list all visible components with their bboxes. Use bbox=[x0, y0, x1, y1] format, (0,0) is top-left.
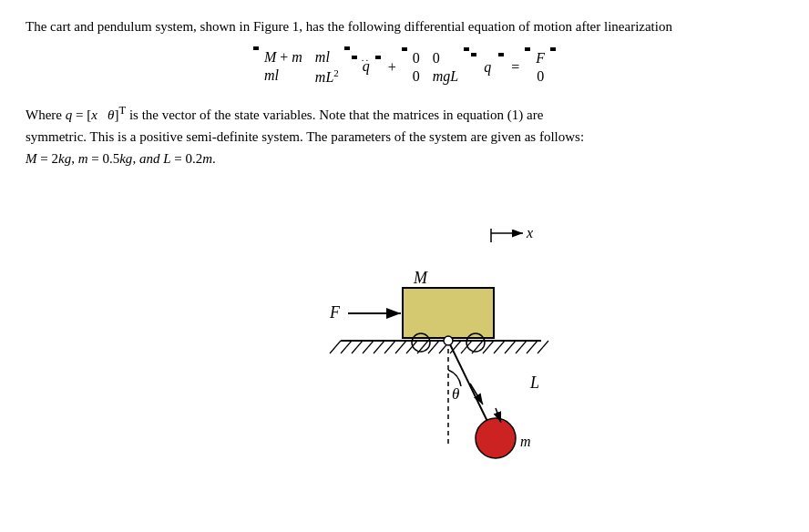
svg-line-6 bbox=[374, 341, 384, 353]
q-vector: q bbox=[471, 53, 504, 82]
svg-line-20 bbox=[527, 341, 538, 353]
main-equation: M + m ml ml mL2 .. q + 0 bbox=[26, 46, 783, 88]
F-label: F bbox=[329, 303, 341, 322]
cart-pendulum-diagram: M x F m L θ bbox=[213, 179, 596, 461]
cell-mgL: mgL bbox=[433, 68, 458, 85]
m-label: m bbox=[520, 434, 531, 449]
cell-ml-bot: ml bbox=[264, 67, 302, 86]
cell-0-bl: 0 bbox=[413, 68, 420, 85]
diagram-container: M x F m L θ bbox=[26, 179, 783, 461]
svg-line-3 bbox=[341, 341, 352, 353]
svg-line-18 bbox=[505, 341, 516, 353]
cell-mL2: mL2 bbox=[315, 67, 339, 86]
cell-qdot1: .. q bbox=[363, 58, 370, 75]
svg-line-7 bbox=[384, 341, 395, 353]
svg-line-8 bbox=[395, 341, 406, 353]
svg-line-21 bbox=[538, 341, 548, 353]
q-ddot-vector: .. q bbox=[352, 56, 381, 79]
cell-q: q bbox=[482, 56, 493, 79]
cell-0-rhs: 0 bbox=[536, 68, 545, 85]
cell-0-tr: 0 bbox=[433, 50, 458, 66]
x-label: x bbox=[526, 225, 533, 240]
svg-line-4 bbox=[352, 341, 363, 353]
cell-F: F bbox=[536, 50, 545, 66]
plus-operator: + bbox=[388, 59, 396, 76]
where-line3: M = 2kg, m = 0.5kg, and L = 0.2m. bbox=[26, 148, 783, 169]
rhs-vector: F 0 bbox=[525, 47, 556, 87]
svg-line-5 bbox=[363, 341, 374, 353]
cell-ml-top: ml bbox=[315, 49, 339, 66]
svg-line-17 bbox=[494, 341, 505, 353]
svg-line-19 bbox=[516, 341, 527, 353]
svg-point-33 bbox=[444, 336, 453, 345]
where-block: Where q = [x θ]T is the vector of the st… bbox=[26, 101, 783, 169]
svg-line-32 bbox=[470, 384, 483, 404]
matrix-stiffness: 0 0 0 mgL bbox=[402, 47, 469, 87]
L-label: L bbox=[529, 373, 539, 392]
cell-0-tl: 0 bbox=[413, 50, 420, 66]
where-line1: Where q = [x θ]T is the vector of the st… bbox=[26, 101, 783, 126]
matrix-mass: M + m ml ml mL2 bbox=[253, 46, 350, 88]
svg-line-2 bbox=[330, 341, 341, 353]
cell-Mm: M + m bbox=[264, 49, 302, 66]
intro-paragraph: The cart and pendulum system, shown in F… bbox=[26, 16, 783, 37]
theta-label: θ bbox=[452, 385, 459, 403]
M-label: M bbox=[413, 269, 428, 287]
svg-rect-22 bbox=[403, 288, 494, 338]
where-line2: symmetric. This is a positive semi-defin… bbox=[26, 126, 783, 148]
equals-operator: = bbox=[511, 59, 519, 76]
svg-point-29 bbox=[476, 418, 516, 458]
